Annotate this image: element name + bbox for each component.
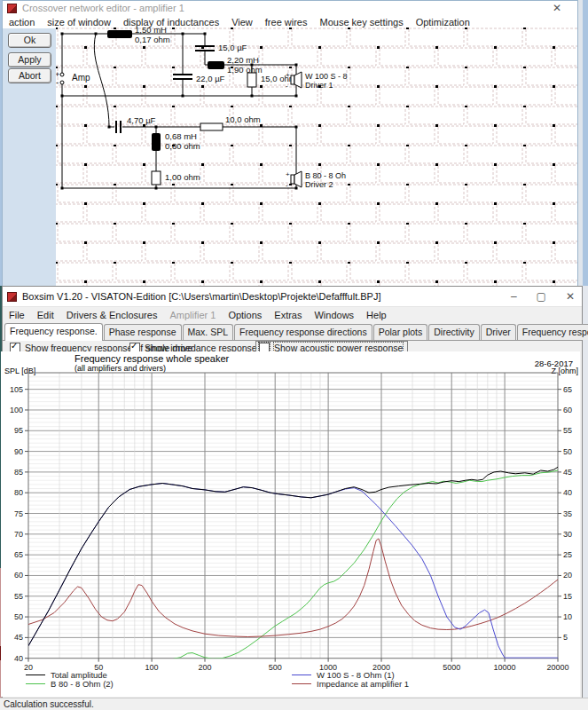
series-0 [28,467,558,645]
titlebar[interactable]: Boxsim V1.20 - VISATON-Edition [C:\Users… [3,287,582,307]
menu-item[interactable]: Windows [308,309,360,321]
component-label: 0,68 mH [165,131,197,141]
node-dot[interactable] [295,126,298,129]
editor-button-panel: OkApplyAbort [3,28,56,286]
amp-minus-terminal[interactable] [60,81,64,84]
minimize-icon[interactable]: – [511,290,517,303]
tick-label: 95 [14,426,23,435]
node-dot[interactable] [251,95,254,98]
tab[interactable]: Frequency response electr.. [517,324,588,340]
menu-item[interactable]: View [225,16,259,28]
tick-label: 40 [563,488,572,497]
tab[interactable]: Polar plots [373,324,428,340]
menu-item[interactable]: Amplifier 1 [163,309,222,321]
component-label: 0,17 ohm [135,35,170,44]
tick-label: 5 [563,633,568,642]
tick-label: 40 [14,654,23,663]
node-dot[interactable] [155,126,158,129]
menu-item[interactable]: Options [222,309,268,321]
tick-label: 65 [563,385,572,394]
legend-label: Impedance at amplifier 1 [317,679,409,689]
close-icon[interactable]: ✕ [553,2,561,14]
node-dot[interactable] [182,33,184,36]
tick-label: 65 [14,550,23,559]
tick-label: 20000 [546,663,568,672]
node-dot[interactable] [61,33,64,36]
component-label: - [286,181,288,189]
node-dot[interactable] [61,187,64,190]
tab[interactable]: Directivity [428,324,480,340]
tick-label: 100 [10,406,23,414]
editor-button[interactable]: Abort [8,68,51,83]
node-dot[interactable] [295,187,298,190]
legend-item: Total amplitude [26,670,114,679]
menu-item[interactable]: Mouse key settings [313,16,409,28]
app-icon [7,292,17,302]
menu-item[interactable]: File [3,309,31,321]
legend-label: B 80 - 8 Ohm (2) [51,679,114,689]
component-label: B 80 - 8 Oh [305,171,346,180]
tab[interactable]: Phase response [104,324,182,340]
tick-label: 200 [198,663,211,672]
tick-label: 20 [563,571,572,580]
menu-item[interactable]: display of inductances [117,16,225,28]
tick-label: 80 [14,488,23,497]
chart-legend: Total amplitudeB 80 - 8 Ohm (2) [26,670,114,688]
tick-label: 25 [563,550,572,559]
speaker-icon[interactable] [291,75,294,84]
legend-item: Impedance at amplifier 1 [292,679,409,688]
schematic-canvas[interactable]: +-Amp1,50 mH0,17 ohm2,20 mH1,90 ohm0,68 … [56,28,577,286]
resistor-symbol[interactable] [247,73,256,87]
desktop-background [583,0,588,710]
tick-label: 50 [14,612,23,621]
series-1 [28,470,558,660]
menu-item[interactable]: Drivers & Enclosures [60,309,164,321]
tab[interactable]: Max. SPL [183,324,234,340]
maximize-icon[interactable]: ▢ [537,290,546,303]
node-dot[interactable] [295,95,298,98]
node-dot[interactable] [95,33,98,36]
component-label: 15,0 µF [218,43,247,52]
node-dot[interactable] [108,126,111,129]
node-dot[interactable] [61,95,64,98]
tab[interactable]: Frequency response directions [234,324,372,340]
node-dot[interactable] [251,64,254,67]
inductor-symbol[interactable] [107,30,132,38]
node-dot[interactable] [204,33,207,36]
menu-item[interactable]: size of window [41,16,117,28]
node-dot[interactable] [295,64,298,67]
editor-button[interactable]: Apply [8,52,51,67]
legend-item: W 100 S - 8 Ohm (1) [292,670,409,679]
legend-swatch [26,683,45,684]
titlebar[interactable]: Crossover network editor - amplifier 1 ✕ [3,1,577,15]
amp-plus-terminal[interactable] [60,73,64,76]
tab[interactable]: Driver [481,324,516,340]
node-dot[interactable] [155,187,158,190]
close-icon[interactable]: ✕ [566,290,575,303]
tick-label: 70 [14,530,23,539]
tab[interactable]: Frequency response. [4,323,103,341]
menu-item[interactable]: Help [360,309,393,321]
node-dot[interactable] [182,95,184,98]
tick-label: 105 [10,385,23,394]
menu-item[interactable]: Extras [268,309,308,321]
tick-label: 90 [14,447,23,456]
resistor-symbol[interactable] [152,171,161,185]
component-label: Driver 1 [305,81,333,90]
inductor-symbol[interactable] [152,133,161,151]
inductor-symbol[interactable] [208,61,224,69]
menu-item[interactable]: action [3,16,41,28]
menu-item[interactable]: free wires [259,16,314,28]
tick-label: 75 [14,509,23,518]
component-label: - [286,82,288,90]
menu-item[interactable]: Edit [31,309,60,321]
menu-item[interactable]: Optimization [410,16,476,28]
editor-button[interactable]: Ok [8,33,51,48]
tick-label: 100 [145,663,159,672]
grid-pattern[interactable] [56,28,577,286]
speaker-icon[interactable] [291,175,294,184]
resistor-symbol[interactable] [200,123,223,130]
component-label: Driver 2 [305,180,333,189]
component-label: 22,0 µF [196,74,225,83]
status-text: Calculation successful. [4,699,94,709]
